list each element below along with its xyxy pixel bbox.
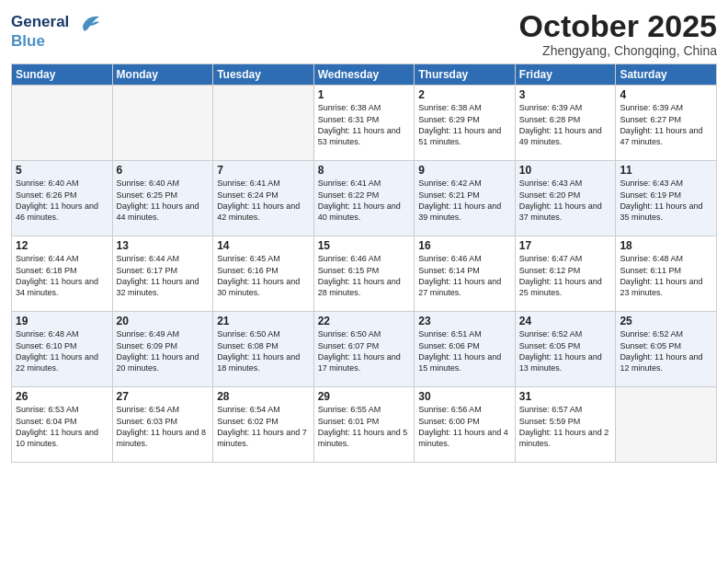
day-info: Sunrise: 6:55 AMSunset: 6:01 PMDaylight:…: [318, 404, 411, 449]
table-row: 26Sunrise: 6:53 AMSunset: 6:04 PMDayligh…: [12, 387, 113, 463]
calendar-table: Sunday Monday Tuesday Wednesday Thursday…: [11, 63, 717, 463]
table-row: [112, 86, 213, 161]
table-row: 8Sunrise: 6:41 AMSunset: 6:22 PMDaylight…: [313, 161, 415, 236]
day-number: 14: [217, 239, 310, 252]
col-tuesday: Tuesday: [213, 64, 314, 86]
logo-bird-icon: [75, 13, 99, 33]
day-info: Sunrise: 6:44 AMSunset: 6:18 PMDaylight:…: [16, 253, 108, 298]
day-info: Sunrise: 6:38 AMSunset: 6:29 PMDaylight:…: [418, 102, 511, 147]
day-info: Sunrise: 6:39 AMSunset: 6:28 PMDaylight:…: [519, 102, 612, 147]
day-number: 27: [117, 390, 210, 403]
day-number: 21: [217, 315, 310, 327]
day-info: Sunrise: 6:49 AMSunset: 6:09 PMDaylight:…: [117, 328, 210, 373]
table-row: 15Sunrise: 6:46 AMSunset: 6:15 PMDayligh…: [313, 236, 415, 312]
day-info: Sunrise: 6:50 AMSunset: 6:07 PMDaylight:…: [318, 328, 411, 373]
table-row: 2Sunrise: 6:38 AMSunset: 6:29 PMDaylight…: [415, 86, 516, 161]
table-row: 1Sunrise: 6:38 AMSunset: 6:31 PMDaylight…: [313, 86, 415, 161]
day-info: Sunrise: 6:57 AMSunset: 5:59 PMDaylight:…: [519, 404, 612, 449]
table-row: [213, 86, 314, 161]
col-thursday: Thursday: [415, 64, 516, 86]
day-number: 5: [16, 164, 108, 177]
day-number: 9: [418, 164, 511, 177]
day-info: Sunrise: 6:45 AMSunset: 6:16 PMDaylight:…: [217, 253, 310, 298]
table-row: 23Sunrise: 6:51 AMSunset: 6:06 PMDayligh…: [415, 312, 516, 387]
table-row: 19Sunrise: 6:48 AMSunset: 6:10 PMDayligh…: [12, 312, 113, 387]
calendar-week-row: 5Sunrise: 6:40 AMSunset: 6:26 PMDaylight…: [12, 161, 717, 236]
table-row: 17Sunrise: 6:47 AMSunset: 6:12 PMDayligh…: [515, 236, 616, 312]
col-sunday: Sunday: [12, 64, 113, 86]
day-number: 25: [620, 315, 712, 327]
day-number: 8: [318, 164, 411, 177]
table-row: 25Sunrise: 6:52 AMSunset: 6:05 PMDayligh…: [616, 312, 717, 387]
day-info: Sunrise: 6:56 AMSunset: 6:00 PMDaylight:…: [418, 404, 511, 449]
table-row: 18Sunrise: 6:48 AMSunset: 6:11 PMDayligh…: [616, 236, 717, 312]
table-row: 24Sunrise: 6:52 AMSunset: 6:05 PMDayligh…: [515, 312, 616, 387]
day-info: Sunrise: 6:39 AMSunset: 6:27 PMDaylight:…: [620, 102, 712, 147]
day-number: 22: [318, 315, 411, 327]
day-number: 1: [318, 88, 411, 101]
day-info: Sunrise: 6:47 AMSunset: 6:12 PMDaylight:…: [519, 253, 612, 298]
calendar-week-row: 1Sunrise: 6:38 AMSunset: 6:31 PMDaylight…: [12, 86, 717, 161]
col-friday: Friday: [515, 64, 616, 86]
day-info: Sunrise: 6:48 AMSunset: 6:11 PMDaylight:…: [620, 253, 712, 298]
table-row: 9Sunrise: 6:42 AMSunset: 6:21 PMDaylight…: [415, 161, 516, 236]
day-info: Sunrise: 6:53 AMSunset: 6:04 PMDaylight:…: [16, 404, 108, 449]
day-number: 15: [318, 239, 411, 252]
table-row: [12, 86, 113, 161]
table-row: 28Sunrise: 6:54 AMSunset: 6:02 PMDayligh…: [213, 387, 314, 463]
title-block: October 2025 Zhengyang, Chongqing, China: [519, 9, 717, 58]
day-number: 30: [418, 390, 511, 403]
table-row: [616, 387, 717, 463]
calendar-header-row: Sunday Monday Tuesday Wednesday Thursday…: [12, 64, 717, 86]
table-row: 21Sunrise: 6:50 AMSunset: 6:08 PMDayligh…: [213, 312, 314, 387]
day-number: 12: [16, 239, 108, 252]
day-info: Sunrise: 6:54 AMSunset: 6:02 PMDaylight:…: [217, 404, 310, 449]
table-row: 27Sunrise: 6:54 AMSunset: 6:03 PMDayligh…: [112, 387, 213, 463]
day-info: Sunrise: 6:38 AMSunset: 6:31 PMDaylight:…: [318, 102, 411, 147]
day-number: 23: [418, 315, 511, 327]
table-row: 20Sunrise: 6:49 AMSunset: 6:09 PMDayligh…: [112, 312, 213, 387]
day-number: 17: [519, 239, 612, 252]
day-info: Sunrise: 6:44 AMSunset: 6:17 PMDaylight:…: [117, 253, 210, 298]
day-info: Sunrise: 6:43 AMSunset: 6:20 PMDaylight:…: [519, 178, 612, 223]
day-info: Sunrise: 6:52 AMSunset: 6:05 PMDaylight:…: [519, 328, 612, 373]
day-number: 26: [16, 390, 108, 403]
day-number: 16: [418, 239, 511, 252]
month-title: October 2025: [519, 9, 717, 43]
day-info: Sunrise: 6:40 AMSunset: 6:25 PMDaylight:…: [117, 178, 210, 223]
day-info: Sunrise: 6:50 AMSunset: 6:08 PMDaylight:…: [217, 328, 310, 373]
calendar-week-row: 19Sunrise: 6:48 AMSunset: 6:10 PMDayligh…: [12, 312, 717, 387]
table-row: 22Sunrise: 6:50 AMSunset: 6:07 PMDayligh…: [313, 312, 415, 387]
day-number: 19: [16, 315, 108, 327]
day-number: 20: [117, 315, 210, 327]
page-container: General Blue October 2025 Zhengyang, Cho…: [0, 0, 728, 468]
day-info: Sunrise: 6:51 AMSunset: 6:06 PMDaylight:…: [418, 328, 511, 373]
table-row: 16Sunrise: 6:46 AMSunset: 6:14 PMDayligh…: [415, 236, 516, 312]
table-row: 30Sunrise: 6:56 AMSunset: 6:00 PMDayligh…: [415, 387, 516, 463]
table-row: 31Sunrise: 6:57 AMSunset: 5:59 PMDayligh…: [515, 387, 616, 463]
col-saturday: Saturday: [616, 64, 717, 86]
day-number: 11: [620, 164, 712, 177]
logo: General Blue: [11, 13, 99, 51]
day-number: 4: [620, 88, 712, 101]
table-row: 10Sunrise: 6:43 AMSunset: 6:20 PMDayligh…: [515, 161, 616, 236]
table-row: 12Sunrise: 6:44 AMSunset: 6:18 PMDayligh…: [12, 236, 113, 312]
table-row: 7Sunrise: 6:41 AMSunset: 6:24 PMDaylight…: [213, 161, 314, 236]
day-number: 18: [620, 239, 712, 252]
day-info: Sunrise: 6:42 AMSunset: 6:21 PMDaylight:…: [418, 178, 511, 223]
day-info: Sunrise: 6:46 AMSunset: 6:14 PMDaylight:…: [418, 253, 511, 298]
table-row: 5Sunrise: 6:40 AMSunset: 6:26 PMDaylight…: [12, 161, 113, 236]
logo-line2: Blue: [11, 33, 99, 51]
table-row: 4Sunrise: 6:39 AMSunset: 6:27 PMDaylight…: [616, 86, 717, 161]
table-row: 13Sunrise: 6:44 AMSunset: 6:17 PMDayligh…: [112, 236, 213, 312]
day-info: Sunrise: 6:43 AMSunset: 6:19 PMDaylight:…: [620, 178, 712, 223]
day-number: 7: [217, 164, 310, 177]
header: General Blue October 2025 Zhengyang, Cho…: [11, 9, 717, 58]
day-info: Sunrise: 6:41 AMSunset: 6:24 PMDaylight:…: [217, 178, 310, 223]
day-info: Sunrise: 6:40 AMSunset: 6:26 PMDaylight:…: [16, 178, 108, 223]
col-monday: Monday: [112, 64, 213, 86]
day-number: 24: [519, 315, 612, 327]
day-number: 13: [117, 239, 210, 252]
table-row: 3Sunrise: 6:39 AMSunset: 6:28 PMDaylight…: [515, 86, 616, 161]
day-number: 28: [217, 390, 310, 403]
